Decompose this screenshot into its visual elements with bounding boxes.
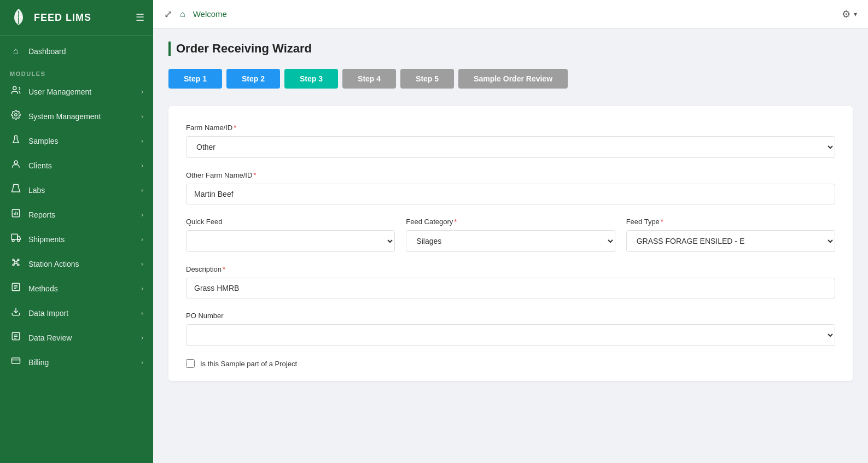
client-icon (10, 159, 22, 172)
sidebar-item-methods[interactable]: Methods › (0, 276, 153, 301)
description-input[interactable] (186, 278, 835, 298)
svg-point-0 (13, 86, 16, 90)
chevron-right-icon: › (141, 113, 143, 120)
chevron-right-icon: › (141, 359, 143, 366)
chevron-right-icon: › (141, 285, 143, 292)
svg-rect-8 (11, 234, 18, 239)
project-checkbox-row: Is this Sample part of a Project (186, 359, 835, 368)
svg-line-19 (17, 263, 18, 265)
billing-icon (10, 356, 22, 368)
shipments-icon (10, 233, 22, 245)
review-icon (10, 331, 22, 344)
feed-row: Quick Feed Feed Category* Silages Feed (186, 218, 835, 252)
chevron-right-icon: › (141, 88, 143, 96)
settings-icon (10, 110, 22, 122)
page-header: Order Receiving Wizard (168, 42, 853, 56)
is-project-checkbox[interactable] (186, 359, 195, 368)
feed-type-group: Feed Type* GRASS FORAGE ENSILED - E (626, 218, 835, 252)
step2-button[interactable]: Step 2 (226, 69, 280, 89)
chevron-right-icon: › (141, 236, 143, 243)
home-icon: ⌂ (10, 46, 22, 57)
description-label: Description* (186, 265, 835, 273)
sidebar-item-dashboard[interactable]: ⌂ Dashboard (0, 40, 153, 63)
quick-feed-label: Quick Feed (186, 218, 395, 226)
sample-order-review-button[interactable]: Sample Order Review (458, 69, 568, 89)
required-marker: * (454, 218, 457, 226)
import-icon (10, 307, 22, 319)
topbar-caret-icon[interactable]: ▾ (854, 10, 857, 18)
chevron-right-icon: › (141, 162, 143, 169)
hamburger-icon[interactable]: ☰ (136, 11, 144, 24)
sidebar-item-samples[interactable]: Samples › (0, 128, 153, 153)
sidebar-item-billing[interactable]: Billing › (0, 350, 153, 374)
is-project-label: Is this Sample part of a Project (200, 360, 297, 368)
reports-icon (10, 208, 22, 221)
step4-button[interactable]: Step 4 (342, 69, 396, 89)
farm-name-group: Farm Name/ID* Other (186, 124, 835, 158)
sidebar-item-data-import[interactable]: Data Import › (0, 301, 153, 325)
step3-button[interactable]: Step 3 (284, 69, 338, 89)
topbar-home-icon: ⌂ (180, 9, 185, 19)
sidebar-item-label: Reports (28, 210, 135, 219)
lab-icon (10, 184, 22, 196)
sidebar-item-reports[interactable]: Reports › (0, 202, 153, 227)
svg-point-1 (15, 114, 18, 116)
farm-name-select[interactable]: Other (186, 136, 835, 158)
feed-type-label: Feed Type* (626, 218, 835, 226)
sidebar-item-data-review[interactable]: Data Review › (0, 325, 153, 350)
required-marker: * (253, 171, 256, 179)
other-farm-name-group: Other Farm Name/ID* (186, 171, 835, 204)
order-form: Farm Name/ID* Other Other Farm Name/ID* … (168, 106, 853, 381)
sidebar-item-label: Clients (28, 161, 135, 170)
svg-line-17 (17, 260, 18, 261)
svg-line-16 (14, 260, 15, 261)
svg-point-9 (12, 239, 14, 242)
feed-type-select[interactable]: GRASS FORAGE ENSILED - E (626, 230, 835, 252)
quick-feed-select[interactable] (186, 230, 395, 252)
sidebar-item-label: Station Actions (28, 260, 135, 268)
svg-rect-29 (12, 358, 20, 364)
sidebar-item-station-actions[interactable]: Station Actions › (0, 251, 153, 276)
content-area: Order Receiving Wizard Step 1 Step 2 Ste… (153, 28, 868, 463)
sidebar-item-label: Labs (28, 186, 135, 195)
other-farm-name-input[interactable] (186, 184, 835, 204)
feed-category-select[interactable]: Silages (406, 230, 615, 252)
sidebar-item-system-management[interactable]: System Management › (0, 104, 153, 128)
po-number-group: PO Number (186, 312, 835, 346)
svg-point-15 (18, 264, 19, 266)
step5-button[interactable]: Step 5 (400, 69, 454, 89)
required-marker: * (661, 218, 663, 226)
svg-line-18 (14, 263, 15, 265)
sidebar-item-label: User Management (28, 87, 135, 96)
required-marker: * (223, 265, 225, 273)
svg-point-13 (18, 259, 19, 261)
modules-label: MODULES (0, 63, 153, 79)
sidebar-item-label: Samples (28, 137, 135, 145)
users-icon (10, 85, 22, 98)
required-marker: * (234, 124, 236, 132)
expand-icon[interactable]: ⤢ (164, 8, 172, 20)
sidebar-nav: ⌂ Dashboard MODULES User Management › Sy… (0, 36, 153, 463)
sidebar-item-user-management[interactable]: User Management › (0, 79, 153, 104)
chevron-right-icon: › (141, 260, 143, 268)
topbar: ⤢ ⌂ Welcome ⚙ ▾ (153, 0, 868, 28)
svg-point-14 (13, 264, 14, 266)
app-logo (9, 8, 28, 27)
methods-icon (10, 282, 22, 295)
sidebar-item-label: Data Review (28, 333, 135, 342)
po-number-select[interactable] (186, 324, 835, 346)
sidebar-item-label: Dashboard (28, 47, 143, 56)
svg-point-12 (13, 259, 14, 261)
step1-button[interactable]: Step 1 (168, 69, 222, 89)
chevron-right-icon: › (141, 211, 143, 219)
topbar-gear-icon[interactable]: ⚙ (842, 8, 850, 20)
quick-feed-group: Quick Feed (186, 218, 395, 252)
sidebar-item-labs[interactable]: Labs › (0, 178, 153, 202)
sidebar-item-shipments[interactable]: Shipments › (0, 227, 153, 251)
chevron-right-icon: › (141, 334, 143, 342)
station-icon (10, 257, 22, 270)
svg-point-2 (14, 161, 18, 164)
sidebar-item-clients[interactable]: Clients › (0, 153, 153, 178)
sidebar-header: FEED LIMS ☰ (0, 0, 153, 36)
chevron-right-icon: › (141, 137, 143, 145)
